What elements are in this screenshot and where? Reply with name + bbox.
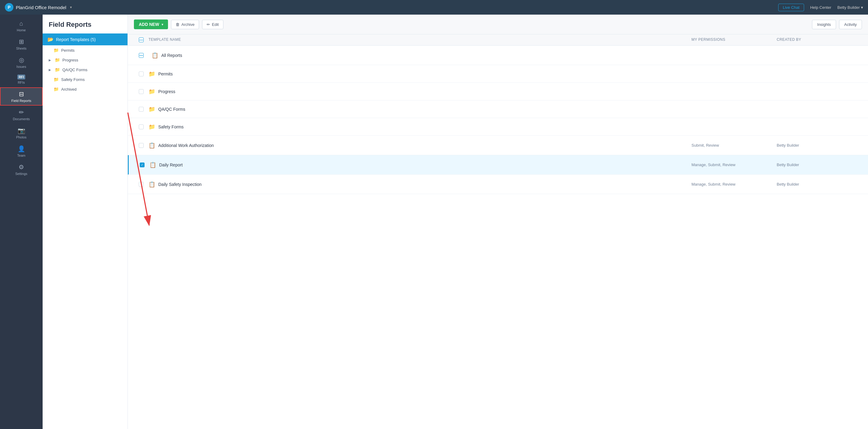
checkbox-progress[interactable] [139, 89, 144, 94]
insights-button[interactable]: Insights [812, 20, 836, 29]
template-icon-daily-report: 📋 [149, 162, 156, 168]
app-logo: P [5, 3, 13, 11]
field-reports-icon: ⊟ [19, 90, 24, 98]
table-row-qa-qc[interactable]: 📁 QA/QC Forms [128, 100, 868, 118]
sidebar-item-issues[interactable]: ◎ Issues [0, 53, 42, 71]
tree-item-permits[interactable]: 📁 Permits [42, 45, 127, 55]
user-menu[interactable]: Betty Builder ▾ [837, 5, 863, 10]
safety-forms-name: 📁 Safety Forms [149, 124, 691, 130]
sidebar-label-documents: Documents [13, 117, 30, 121]
sidebar-item-photos[interactable]: 📷 Photos [0, 124, 42, 142]
project-dropdown-arrow[interactable]: ▾ [70, 5, 72, 9]
archive-icon: 🗑 [176, 22, 180, 27]
daily-report-name: 📋 Daily Report [149, 162, 691, 168]
sidebar-label-issues: Issues [17, 65, 26, 68]
sidebar-label-home: Home [17, 28, 26, 32]
sidebar-item-home[interactable]: ⌂ Home [0, 17, 42, 35]
template-icon-daily-safety: 📋 [149, 181, 155, 188]
folder-icon-row-safety: 📁 [149, 124, 155, 130]
archive-label: Archive [181, 22, 194, 27]
checkbox-qa-qc[interactable] [139, 107, 144, 112]
chevron-right-icon: ▶ [49, 58, 51, 62]
daily-safety-label: Daily Safety Inspection [158, 182, 202, 187]
tree-item-qa-qc[interactable]: ▶ 📁 QA/QC Forms [42, 65, 127, 74]
chevron-right-icon-qa: ▶ [49, 68, 51, 71]
topbar-right: Live Chat Help Center Betty Builder ▾ [778, 4, 863, 11]
tree-item-archived[interactable]: 📁 Archived [42, 84, 127, 94]
folder-icon-progress: 📁 [55, 58, 60, 62]
checkbox-additional-work[interactable] [139, 143, 144, 148]
folder-icon-qa: 📁 [55, 67, 60, 72]
table-row-all-reports[interactable]: — 📋 All Reports [128, 46, 868, 65]
table-row-daily-report[interactable]: ✓ 📋 Daily Report Manage, Submit, Review … [128, 155, 868, 175]
table-row-permits[interactable]: 📁 Permits [128, 65, 868, 83]
checkbox-safety-forms[interactable] [139, 125, 144, 129]
additional-work-created: Betty Builder [777, 143, 862, 147]
checkbox-daily-report[interactable]: ✓ [140, 162, 145, 167]
activity-button[interactable]: Activity [839, 20, 862, 29]
folder-icon-row-qa: 📁 [149, 106, 155, 112]
issues-icon: ◎ [19, 56, 24, 64]
template-icon-additional-work: 📋 [149, 142, 155, 149]
sidebar-label-sheets: Sheets [16, 46, 27, 50]
sidebar-item-rfis[interactable]: RFI RFIs [0, 71, 42, 87]
additional-work-permissions: Submit, Review [691, 143, 777, 147]
select-all-checkbox[interactable]: — [139, 37, 144, 42]
sidebar-label-team: Team [17, 154, 26, 157]
topbar-left: P PlanGrid Office Remodel ▾ [5, 3, 72, 11]
progress-label: Progress [62, 58, 78, 62]
add-new-label: ADD NEW [139, 22, 159, 27]
sidebar-item-sheets[interactable]: ⊞ Sheets [0, 35, 42, 53]
user-name: Betty Builder [837, 5, 860, 10]
sidebar: ⌂ Home ⊞ Sheets ◎ Issues RFI RFIs ⊟ Fiel… [0, 14, 42, 429]
main-layout: ⌂ Home ⊞ Sheets ◎ Issues RFI RFIs ⊟ Fiel… [0, 14, 868, 429]
user-dropdown-arrow: ▾ [861, 5, 863, 10]
sidebar-item-documents[interactable]: ✏ Documents [0, 106, 42, 124]
toolbar: ADD NEW ▾ 🗑 Archive ✏ Edit Insights Acti… [128, 14, 868, 34]
help-center-link[interactable]: Help Center [810, 5, 831, 10]
table-row-daily-safety[interactable]: 📋 Daily Safety Inspection Manage, Submit… [128, 175, 868, 194]
checkbox-all-reports[interactable]: — [139, 53, 144, 58]
safety-forms-label: Safety Forms [61, 77, 85, 82]
sheets-icon: ⊞ [19, 38, 24, 45]
home-icon: ⌂ [20, 20, 23, 27]
archive-button[interactable]: 🗑 Archive [171, 20, 199, 29]
table-header: — Template Name My Permissions Created B… [128, 34, 868, 46]
edit-label: Edit [212, 22, 219, 27]
tree-item-progress[interactable]: ▶ 📁 Progress [42, 55, 127, 65]
qa-label: QA/QC Forms [62, 68, 87, 72]
report-templates-label: Report Templates (5) [56, 37, 96, 42]
photos-icon: 📷 [18, 127, 25, 134]
table-row-progress[interactable]: 📁 Progress [128, 83, 868, 100]
left-panel: Field Reports 📂 Report Templates (5) 📁 P… [42, 14, 128, 429]
folder-icon-archived: 📁 [54, 87, 59, 92]
checkbox-permits[interactable] [139, 71, 144, 76]
all-reports-name: 📋 All Reports [152, 52, 685, 59]
topbar: P PlanGrid Office Remodel ▾ Live Chat He… [0, 0, 868, 14]
daily-safety-created: Betty Builder [777, 182, 862, 187]
archived-label: Archived [61, 87, 77, 92]
daily-report-created: Betty Builder [777, 162, 862, 167]
table-row-safety-forms[interactable]: 📁 Safety Forms [128, 118, 868, 136]
live-chat-button[interactable]: Live Chat [778, 4, 804, 11]
permits-label: Permits [61, 48, 74, 53]
add-new-button[interactable]: ADD NEW ▾ [134, 20, 168, 29]
folder-open-icon: 📂 [48, 36, 54, 42]
table-row-additional-work[interactable]: 📋 Additional Work Authorization Submit, … [128, 136, 868, 155]
project-name: PlanGrid Office Remodel [16, 5, 66, 10]
additional-work-label: Additional Work Authorization [158, 143, 214, 148]
all-reports-label: All Reports [161, 53, 182, 58]
tree-item-safety-forms[interactable]: 📁 Safety Forms [42, 74, 127, 84]
sidebar-label-field-reports: Field Reports [11, 99, 31, 102]
edit-button[interactable]: ✏ Edit [202, 20, 223, 29]
sidebar-item-field-reports[interactable]: ⊟ Field Reports [0, 87, 42, 106]
add-new-dropdown-icon: ▾ [162, 23, 163, 26]
folder-icon-row-progress: 📁 [149, 88, 155, 95]
team-icon: 👤 [18, 145, 25, 153]
checkbox-daily-safety[interactable] [139, 182, 144, 187]
sidebar-item-settings[interactable]: ⚙ Settings [0, 160, 42, 178]
sidebar-item-team[interactable]: 👤 Team [0, 142, 42, 160]
tree-item-report-templates[interactable]: 📂 Report Templates (5) [42, 33, 127, 45]
settings-icon: ⚙ [19, 163, 24, 171]
edit-icon: ✏ [207, 22, 210, 27]
